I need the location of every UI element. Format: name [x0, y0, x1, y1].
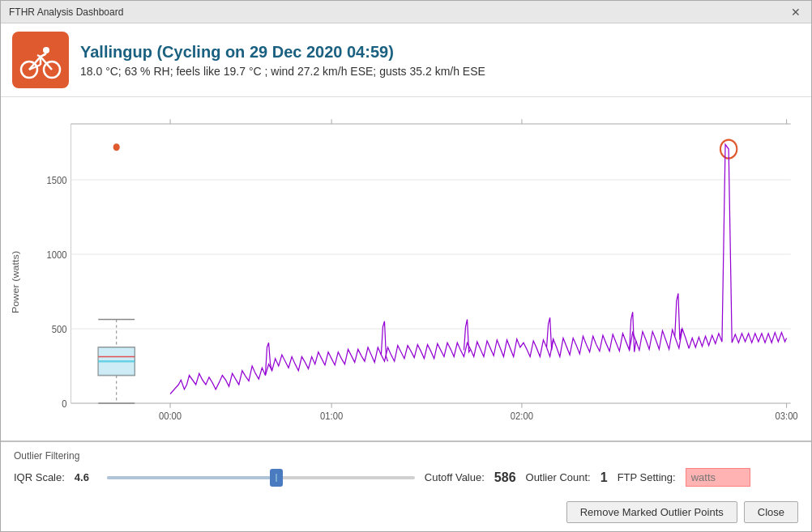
svg-text:00:00: 00:00: [159, 410, 182, 422]
cycling-icon: [12, 32, 69, 88]
chart-area: Power (watts) 0 500 1000 1500 00:00: [1, 97, 811, 440]
y-axis-label: Power (watts): [11, 251, 21, 313]
outlier-section-label: Outlier Filtering: [14, 450, 798, 462]
iqr-label: IQR Scale:: [14, 471, 65, 483]
slider-track: [107, 476, 415, 479]
activity-title: Yallingup (Cycling on 29 Dec 2020 04:59): [80, 43, 485, 62]
svg-line-7: [37, 55, 41, 57]
title-bar: FTHR Analysis Dashboard ✕: [1, 1, 811, 23]
remove-outlier-button[interactable]: Remove Marked Outlier Points: [566, 501, 737, 523]
cutoff-label: Cutoff Value:: [425, 471, 485, 483]
close-button[interactable]: Close: [744, 501, 798, 523]
svg-text:1500: 1500: [46, 174, 66, 186]
ftp-input[interactable]: [686, 468, 750, 487]
outlier-panel: Outlier Filtering IQR Scale: 4.6 Cutoff …: [1, 440, 811, 495]
outlier-controls: IQR Scale: 4.6 Cutoff Value: 586 Outlier…: [14, 468, 798, 487]
main-window: FTHR Analysis Dashboard ✕: [0, 0, 812, 532]
svg-text:03:00: 03:00: [776, 410, 798, 422]
svg-rect-11: [9, 105, 803, 440]
ftp-label: FTP Setting:: [618, 471, 676, 483]
action-bar: Remove Marked Outlier Points Close: [1, 495, 811, 531]
svg-text:0: 0: [62, 398, 67, 410]
outlier-count-value: 1: [600, 470, 608, 485]
power-chart: Power (watts) 0 500 1000 1500 00:00: [9, 105, 803, 440]
header-text: Yallingup (Cycling on 29 Dec 2020 04:59)…: [80, 43, 485, 78]
outlier-count-label: Outlier Count:: [526, 471, 591, 483]
svg-text:02:00: 02:00: [511, 410, 533, 422]
cycling-svg-icon: [19, 39, 62, 81]
slider-fill: [107, 476, 276, 479]
svg-line-10: [44, 54, 45, 55]
header-section: Yallingup (Cycling on 29 Dec 2020 04:59)…: [1, 23, 811, 97]
svg-text:1000: 1000: [46, 249, 66, 261]
svg-text:01:00: 01:00: [320, 410, 343, 422]
svg-text:500: 500: [52, 323, 67, 335]
cutoff-value: 586: [494, 470, 516, 485]
outlier-dot-left: [113, 143, 120, 151]
weather-info: 18.0 °C; 63 % RH; feels like 19.7 °C ; w…: [80, 65, 485, 78]
iqr-slider-container: [107, 470, 415, 486]
iqr-slider-thumb[interactable]: [270, 469, 283, 487]
svg-point-8: [43, 47, 49, 53]
svg-rect-40: [98, 347, 135, 376]
iqr-value: 4.6: [75, 471, 97, 483]
window-close-button[interactable]: ✕: [788, 5, 803, 19]
window-title: FTHR Analysis Dashboard: [9, 6, 123, 18]
svg-line-3: [41, 57, 52, 70]
